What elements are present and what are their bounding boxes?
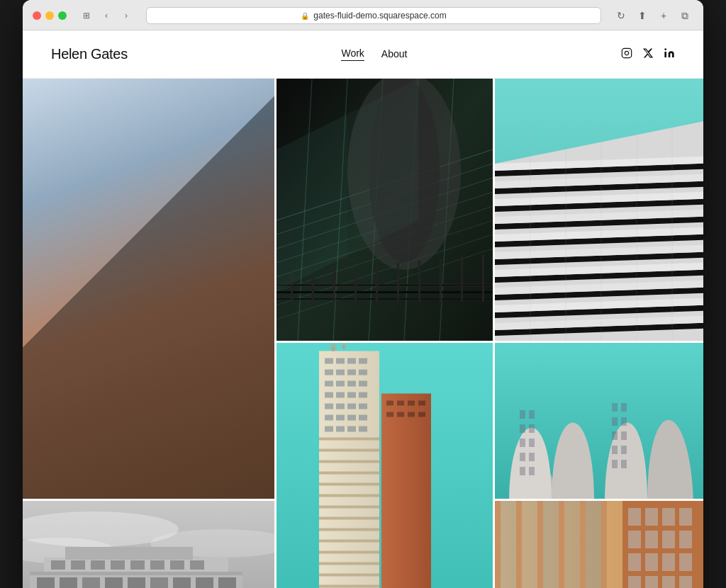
minimize-button[interactable] bbox=[45, 11, 54, 20]
svg-rect-115 bbox=[319, 460, 379, 463]
svg-rect-96 bbox=[359, 381, 367, 387]
svg-rect-50 bbox=[418, 261, 420, 302]
svg-marker-20 bbox=[164, 353, 176, 371]
twitter-icon[interactable] bbox=[642, 47, 654, 61]
svg-rect-138 bbox=[418, 412, 425, 417]
svg-marker-15 bbox=[163, 295, 179, 317]
svg-rect-161 bbox=[621, 446, 627, 454]
svg-point-3 bbox=[664, 48, 666, 50]
svg-rect-151 bbox=[529, 453, 535, 461]
grid-item-2[interactable] bbox=[277, 79, 493, 341]
grid-item-7[interactable] bbox=[495, 501, 703, 588]
svg-rect-91 bbox=[347, 370, 356, 375]
svg-rect-124 bbox=[319, 562, 379, 565]
svg-rect-145 bbox=[529, 410, 535, 419]
svg-rect-219 bbox=[628, 531, 641, 548]
svg-marker-11 bbox=[115, 385, 125, 402]
new-tab-button[interactable]: + bbox=[655, 7, 672, 24]
svg-rect-86 bbox=[336, 358, 345, 364]
svg-rect-228 bbox=[645, 576, 658, 588]
svg-rect-146 bbox=[520, 424, 525, 433]
svg-rect-112 bbox=[359, 426, 367, 432]
svg-rect-171 bbox=[65, 547, 193, 560]
svg-rect-101 bbox=[325, 404, 333, 409]
svg-rect-132 bbox=[397, 401, 404, 406]
svg-line-23 bbox=[186, 183, 232, 499]
svg-rect-153 bbox=[529, 467, 535, 475]
svg-rect-125 bbox=[319, 574, 379, 577]
svg-rect-103 bbox=[347, 404, 356, 409]
window-icon[interactable]: ⊞ bbox=[78, 7, 95, 24]
grid-item-3[interactable] bbox=[495, 79, 703, 341]
svg-rect-190 bbox=[51, 560, 65, 570]
svg-rect-193 bbox=[111, 560, 125, 570]
browser-window: ⊞ ‹ › 🔒 gates-fluid-demo.squarespace.com… bbox=[23, 0, 703, 588]
grid-item-6[interactable] bbox=[23, 501, 274, 588]
tabs-button[interactable]: ⧉ bbox=[676, 7, 693, 24]
svg-rect-150 bbox=[520, 453, 525, 461]
nav-about[interactable]: About bbox=[381, 48, 408, 61]
svg-rect-110 bbox=[336, 426, 345, 432]
svg-rect-194 bbox=[130, 560, 145, 570]
svg-rect-120 bbox=[319, 517, 379, 520]
svg-rect-88 bbox=[359, 358, 367, 364]
svg-rect-97 bbox=[325, 392, 333, 398]
svg-rect-215 bbox=[628, 508, 641, 526]
svg-rect-90 bbox=[336, 370, 345, 375]
svg-rect-192 bbox=[91, 560, 105, 570]
svg-rect-104 bbox=[359, 404, 367, 409]
svg-rect-154 bbox=[612, 403, 618, 412]
address-bar[interactable]: 🔒 gates-fluid-demo.squarespace.com bbox=[146, 7, 601, 24]
svg-rect-160 bbox=[612, 446, 618, 454]
svg-rect-223 bbox=[628, 553, 641, 571]
grid-item-4[interactable] bbox=[277, 343, 493, 588]
svg-point-1 bbox=[625, 51, 628, 55]
svg-rect-4 bbox=[23, 79, 274, 499]
reload-button[interactable]: ↻ bbox=[613, 7, 630, 24]
svg-rect-87 bbox=[347, 358, 356, 364]
svg-rect-93 bbox=[325, 381, 333, 387]
browser-chrome: ⊞ ‹ › 🔒 gates-fluid-demo.squarespace.com… bbox=[23, 0, 703, 30]
svg-rect-49 bbox=[397, 263, 399, 302]
svg-rect-175 bbox=[105, 577, 123, 588]
svg-rect-196 bbox=[170, 560, 184, 570]
back-button[interactable]: ‹ bbox=[98, 7, 115, 24]
svg-rect-106 bbox=[336, 415, 345, 421]
svg-marker-13 bbox=[143, 340, 156, 360]
svg-rect-177 bbox=[150, 577, 168, 588]
svg-rect-45 bbox=[312, 271, 314, 302]
svg-rect-53 bbox=[482, 254, 484, 302]
svg-rect-94 bbox=[336, 381, 345, 387]
browser-actions: ↻ ⬆ + ⧉ bbox=[613, 7, 693, 24]
instagram-icon[interactable] bbox=[621, 47, 632, 61]
grid-item-1[interactable] bbox=[23, 79, 274, 499]
svg-rect-225 bbox=[662, 553, 675, 571]
site-logo[interactable]: Helen Gates bbox=[51, 46, 128, 62]
svg-rect-204 bbox=[516, 501, 522, 588]
svg-rect-130 bbox=[381, 394, 431, 589]
linkedin-icon[interactable] bbox=[664, 47, 675, 61]
svg-marker-18 bbox=[136, 401, 145, 417]
grid-item-5[interactable] bbox=[495, 343, 703, 499]
svg-rect-178 bbox=[173, 577, 191, 588]
share-button[interactable]: ⬆ bbox=[634, 7, 651, 24]
svg-rect-89 bbox=[325, 370, 333, 375]
svg-rect-205 bbox=[537, 501, 543, 588]
traffic-lights bbox=[33, 11, 67, 20]
svg-rect-108 bbox=[359, 415, 367, 421]
nav-work[interactable]: Work bbox=[341, 47, 364, 61]
site-nav: Work About bbox=[341, 47, 407, 61]
svg-rect-221 bbox=[662, 531, 675, 548]
maximize-button[interactable] bbox=[58, 11, 67, 20]
forward-button[interactable]: › bbox=[118, 7, 135, 24]
svg-rect-135 bbox=[386, 412, 393, 417]
svg-rect-148 bbox=[520, 439, 525, 447]
website-content: Helen Gates Work About bbox=[23, 30, 703, 588]
svg-rect-173 bbox=[60, 577, 77, 588]
svg-rect-113 bbox=[319, 438, 379, 441]
svg-rect-105 bbox=[325, 415, 333, 421]
close-button[interactable] bbox=[33, 11, 41, 20]
svg-marker-19 bbox=[150, 377, 160, 394]
svg-line-24 bbox=[175, 147, 274, 360]
svg-rect-117 bbox=[319, 483, 379, 486]
